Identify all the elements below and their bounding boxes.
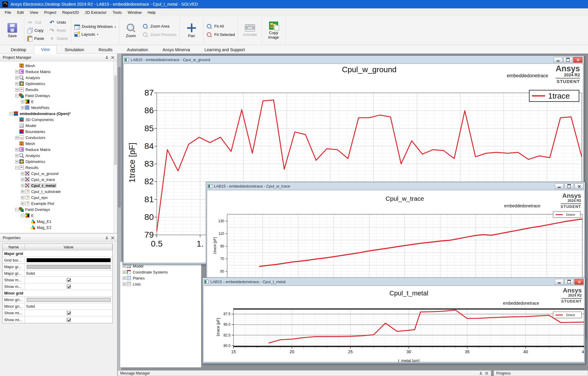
layouts-button[interactable]: Layouts▾ (74, 32, 116, 37)
tree-item-results[interactable]: +Results (0, 87, 117, 93)
menu-report2d[interactable]: Report2D (59, 9, 82, 16)
expander-icon[interactable]: + (123, 277, 126, 280)
expander-icon[interactable]: + (15, 154, 19, 157)
tree-item-mesh[interactable]: Mesh (0, 63, 117, 69)
tab-results[interactable]: Results (92, 46, 119, 54)
tree-item-analysis[interactable]: +Analysis (0, 152, 117, 158)
menu-edit[interactable]: Edit (14, 9, 27, 16)
checkbox[interactable] (67, 285, 71, 289)
color-swatch[interactable] (27, 298, 111, 302)
report-window-cpul-t-metal[interactable]: LAB15 - embeddedonetrace - Cpul_t_metal … (202, 277, 585, 364)
message-manager-bar[interactable]: Message Manager (117, 370, 491, 376)
tree-item-3d-components[interactable]: 3D Components (0, 117, 117, 123)
tree-item-field-overlays[interactable]: −Field Overlays (0, 93, 117, 99)
expander-icon[interactable]: + (21, 172, 24, 175)
legend-box[interactable]: 1trace (553, 211, 581, 218)
redo-button[interactable]: ↷Redo (49, 28, 68, 34)
checkbox[interactable] (67, 318, 71, 322)
zoom-previous-button[interactable]: Zoom Previous (143, 32, 177, 37)
window-titlebar[interactable]: LAB15 - embeddedonetrace - Cpul_w_ground (123, 56, 583, 64)
tree-item-mesh[interactable]: Mesh (0, 141, 117, 147)
tree-item-cpul-w-trace[interactable]: +Cpul_w_trace (0, 176, 117, 182)
zoom-area-button[interactable]: Zoom Area (143, 24, 177, 29)
tree-scrollbar[interactable] (113, 61, 117, 233)
color-swatch[interactable] (27, 258, 111, 262)
close-button[interactable] (573, 57, 582, 63)
maximize-button[interactable] (565, 183, 574, 189)
fit-selected-button[interactable]: Fit Selected (206, 32, 235, 37)
scrollbar-thumb[interactable] (114, 75, 117, 165)
tree-item-results[interactable]: −Results (0, 164, 117, 170)
close-icon[interactable] (111, 236, 114, 240)
menu-2d-extractor[interactable]: 2D Extractor (82, 9, 109, 16)
expander-icon[interactable]: + (15, 76, 19, 79)
window-titlebar[interactable]: LAB15 - embeddedonetrace - Cpul_w_trace (207, 183, 584, 190)
maximize-button[interactable] (565, 279, 574, 285)
modeler-item-planes[interactable]: +Planes (121, 275, 200, 281)
tree-item-analysis[interactable]: +Analysis (0, 75, 117, 81)
expander-icon[interactable]: + (21, 178, 24, 181)
expander-icon[interactable]: + (15, 70, 19, 73)
dropdown-arrow-icon[interactable]: ▾ (97, 33, 98, 36)
legend-box[interactable]: 1trace (529, 90, 579, 102)
plot-area-cpul_w_trace[interactable] (227, 214, 582, 278)
tree-item-cpul-t-metal[interactable]: +Cpul_t_metal (0, 182, 117, 188)
copy-image-button[interactable]: Copy Image (265, 22, 282, 40)
progress-bar-panel[interactable]: Progress (494, 370, 588, 376)
expander-icon[interactable]: − (10, 112, 13, 115)
undo-button[interactable]: ↶Undo (49, 19, 68, 25)
tree-item-reduce-matrix[interactable]: +Reduce Matrix (0, 69, 117, 75)
expander-icon[interactable]: − (15, 166, 19, 169)
menu-project[interactable]: Project (41, 9, 59, 16)
checkbox[interactable] (67, 311, 71, 315)
tree-item-field-overlays[interactable]: −Field Overlays (0, 206, 117, 212)
scrollbar-thumb[interactable] (118, 67, 121, 208)
zoom-button[interactable]: Zoom (122, 23, 140, 38)
expander-icon[interactable]: + (15, 148, 19, 151)
save-button[interactable]: Save (4, 23, 21, 38)
fit-all-button[interactable]: Fit All (206, 24, 235, 29)
menu-help[interactable]: Help (144, 9, 159, 16)
expander-icon[interactable]: + (15, 160, 19, 163)
expander-icon[interactable]: − (15, 94, 19, 97)
tree-item-model[interactable]: Model (0, 123, 117, 129)
tree-item-cpul-eps[interactable]: +Cpul_eps (0, 194, 117, 200)
expander-icon[interactable]: + (123, 283, 126, 286)
tree-item-cpul-w-ground[interactable]: +Cpul_w_ground (0, 170, 117, 176)
minimize-button[interactable] (555, 279, 564, 285)
tree-item-mag-e1[interactable]: Mag_E1 (0, 218, 117, 224)
tab-ansys-minerva[interactable]: Ansys Minerva (156, 46, 197, 54)
animate-button[interactable]: Animate (241, 24, 259, 37)
property-value[interactable] (25, 310, 112, 316)
expander-icon[interactable]: + (21, 184, 24, 187)
close-button[interactable] (575, 279, 584, 285)
property-value[interactable] (25, 257, 112, 263)
property-value[interactable] (25, 316, 112, 323)
property-value[interactable] (25, 277, 112, 283)
delete-button[interactable]: ×Delete (49, 36, 68, 42)
column-header-value[interactable]: Value (25, 244, 112, 250)
tree-item-optimetrics[interactable]: +Optimetrics (0, 158, 117, 164)
minimize-button[interactable] (555, 183, 564, 189)
copy-button[interactable]: Copy (27, 28, 44, 34)
expander-icon[interactable]: + (21, 196, 24, 199)
tab-automation[interactable]: Automation (120, 46, 155, 54)
menu-window[interactable]: Window (125, 9, 144, 16)
tree-item-meshplots[interactable]: +MeshPlots (0, 105, 117, 111)
app-titlebar[interactable]: Ansys Electronics Desktop Student 2024 R… (0, 0, 588, 8)
expander-icon[interactable]: + (123, 271, 126, 274)
tab-view[interactable]: View (34, 45, 57, 54)
tree-item-mag-e2[interactable]: Mag_E2 (0, 224, 117, 230)
tree-item-optimetrics[interactable]: +Optimetrics (0, 81, 117, 87)
tree-item-embeddedonetrace-open[interactable]: −embeddedonetrace (Open)* (0, 111, 117, 117)
expander-icon[interactable]: + (21, 202, 24, 205)
expander-icon[interactable]: + (15, 136, 19, 139)
modeler-item-coordinate-systems[interactable]: +Coordinate Systems (121, 269, 200, 275)
tree-item-e[interactable]: −E (0, 212, 117, 218)
cut-button[interactable]: ✂Cut (27, 19, 44, 25)
pin-icon[interactable] (105, 56, 108, 59)
tree-item-reduce-matrix[interactable]: +Reduce Matrix (0, 147, 117, 152)
pin-icon[interactable] (479, 372, 483, 375)
paste-button[interactable]: Paste (27, 36, 44, 42)
close-button[interactable] (575, 183, 584, 189)
